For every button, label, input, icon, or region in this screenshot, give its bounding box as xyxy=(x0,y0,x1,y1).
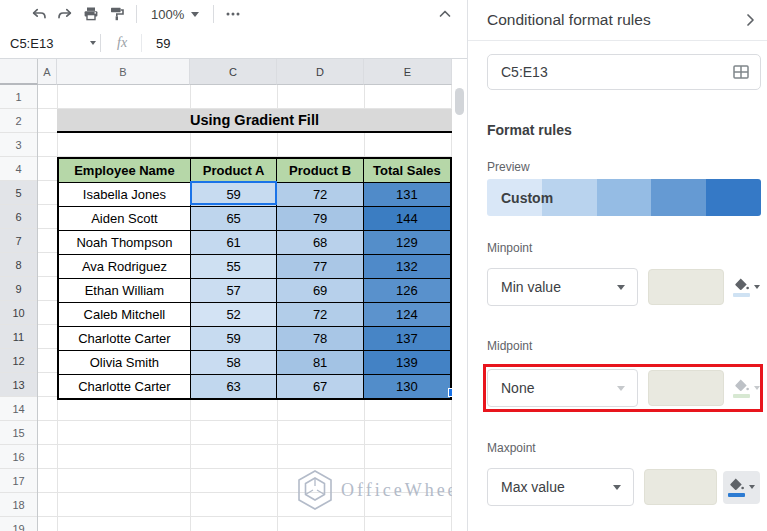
row-header-7[interactable]: 7 xyxy=(0,229,37,253)
title-banner-cell[interactable]: Using Gradient Fill xyxy=(57,109,452,133)
table-header-cell[interactable]: Employee Name xyxy=(58,158,190,183)
value-cell[interactable]: 68 xyxy=(277,231,364,255)
maxpoint-type-dropdown[interactable]: Max value xyxy=(487,468,634,506)
value-cell[interactable]: 52 xyxy=(190,303,277,327)
table-header-cell[interactable]: Product A xyxy=(190,158,277,183)
maxpoint-color-picker[interactable] xyxy=(723,471,760,504)
row-header-10[interactable]: 10 xyxy=(0,301,37,325)
row-header-11[interactable]: 11 xyxy=(0,325,37,349)
employee-name-cell[interactable]: Charlotte Carter xyxy=(58,327,190,351)
employee-name-cell[interactable]: Ethan William xyxy=(58,279,190,303)
gradient-preview-bar[interactable]: Custom xyxy=(487,179,761,216)
value-cell[interactable]: 72 xyxy=(277,183,364,207)
employee-name-cell[interactable]: Olivia Smith xyxy=(58,351,190,375)
row-header-2[interactable]: 2 xyxy=(0,109,37,133)
panel-header: Conditional format rules xyxy=(468,0,767,41)
column-header-B[interactable]: B xyxy=(57,59,190,85)
value-cell[interactable]: 79 xyxy=(277,207,364,231)
midpoint-type-dropdown[interactable]: None xyxy=(487,369,638,407)
value-cell[interactable]: 63 xyxy=(190,375,277,400)
column-header-E[interactable]: E xyxy=(364,59,452,85)
redo-button[interactable] xyxy=(52,2,78,26)
employee-name-cell[interactable]: Noah Thompson xyxy=(58,231,190,255)
value-cell[interactable]: 78 xyxy=(277,327,364,351)
value-cell[interactable]: 124 xyxy=(363,303,451,327)
toolbar-separator xyxy=(213,5,214,23)
column-header-A[interactable]: A xyxy=(38,59,57,85)
print-button[interactable] xyxy=(78,2,104,26)
table-header-cell[interactable]: Product B xyxy=(277,158,364,183)
spreadsheet-area: 100% C5:E13 fx 59 ABCDE 123456789 xyxy=(0,0,467,531)
row-header-15[interactable]: 15 xyxy=(0,421,37,445)
name-box[interactable]: C5:E13 xyxy=(10,36,96,51)
formula-bar-separator xyxy=(100,34,101,52)
row-header-3[interactable]: 3 xyxy=(0,133,37,157)
value-cell[interactable]: 77 xyxy=(277,255,364,279)
minpoint-type-dropdown[interactable]: Min value xyxy=(487,268,638,306)
paint-format-button[interactable] xyxy=(104,2,130,26)
cells-canvas[interactable]: Using Gradient Fill Employee NameProduct… xyxy=(38,85,452,531)
watermark: OfficeWheel xyxy=(296,469,467,511)
employee-name-cell[interactable]: Caleb Mitchell xyxy=(58,303,190,327)
row-header-17[interactable]: 17 xyxy=(0,469,37,493)
maxpoint-row: Max value xyxy=(487,468,760,506)
value-cell[interactable]: 61 xyxy=(190,231,277,255)
value-cell[interactable]: 65 xyxy=(190,207,277,231)
value-cell[interactable]: 137 xyxy=(363,327,451,351)
value-cell[interactable]: 72 xyxy=(277,303,364,327)
value-cell[interactable]: 59 xyxy=(190,327,277,351)
row-header-12[interactable]: 12 xyxy=(0,349,37,373)
value-cell[interactable]: 59 xyxy=(190,183,277,207)
range-value: C5:E13 xyxy=(501,64,548,80)
row-header-8[interactable]: 8 xyxy=(0,253,37,277)
column-header-D[interactable]: D xyxy=(277,59,364,85)
data-table: Employee NameProduct AProduct BTotal Sal… xyxy=(57,157,452,400)
value-cell[interactable]: 67 xyxy=(277,375,364,400)
value-cell[interactable]: 144 xyxy=(363,207,451,231)
value-cell[interactable]: 55 xyxy=(190,255,277,279)
row-header-1[interactable]: 1 xyxy=(0,85,37,109)
zoom-dropdown[interactable]: 100% xyxy=(143,7,207,22)
preview-label: Preview xyxy=(487,160,760,174)
row-header-4[interactable]: 4 xyxy=(0,157,37,181)
close-panel-icon[interactable] xyxy=(746,13,755,27)
employee-name-cell[interactable]: Isabella Jones xyxy=(58,183,190,207)
row-header-19[interactable]: 19 xyxy=(0,517,37,531)
value-cell[interactable]: 58 xyxy=(190,351,277,375)
apply-to-range-input[interactable]: C5:E13 xyxy=(487,54,761,90)
select-all-corner[interactable] xyxy=(0,59,38,85)
midpoint-color-picker[interactable] xyxy=(733,379,760,398)
employee-name-cell[interactable]: Aiden Scott xyxy=(58,207,190,231)
column-header-C[interactable]: C xyxy=(190,59,277,85)
row-header-13[interactable]: 13 xyxy=(0,373,37,397)
preview-custom-label: Custom xyxy=(501,190,553,206)
preview-gradient-segment xyxy=(597,179,652,216)
employee-name-cell[interactable]: Ava Rodriguez xyxy=(58,255,190,279)
value-cell[interactable]: 57 xyxy=(190,279,277,303)
table-header-cell[interactable]: Total Sales xyxy=(363,158,451,183)
value-cell[interactable]: 81 xyxy=(277,351,364,375)
value-cell[interactable]: 130 xyxy=(363,375,451,400)
scrollbar-thumb[interactable] xyxy=(455,88,464,115)
row-header-14[interactable]: 14 xyxy=(0,397,37,421)
value-cell[interactable]: 126 xyxy=(363,279,451,303)
value-cell[interactable]: 69 xyxy=(277,279,364,303)
row-header-5[interactable]: 5 xyxy=(0,181,37,205)
chevron-down-icon xyxy=(613,485,621,490)
employee-name-cell[interactable]: Charlotte Carter xyxy=(58,375,190,400)
select-range-grid-icon[interactable] xyxy=(732,63,750,81)
more-options-button[interactable] xyxy=(220,2,246,26)
row-header-18[interactable]: 18 xyxy=(0,493,37,517)
minpoint-color-picker[interactable] xyxy=(733,278,760,297)
vertical-scrollbar[interactable] xyxy=(452,85,467,531)
value-cell[interactable]: 132 xyxy=(363,255,451,279)
undo-button[interactable] xyxy=(26,2,52,26)
value-cell[interactable]: 139 xyxy=(363,351,451,375)
collapse-toolbar-button[interactable] xyxy=(437,6,453,22)
value-cell[interactable]: 129 xyxy=(363,231,451,255)
row-header-6[interactable]: 6 xyxy=(0,205,37,229)
row-header-16[interactable]: 16 xyxy=(0,445,37,469)
formula-input[interactable]: 59 xyxy=(156,36,170,51)
row-header-9[interactable]: 9 xyxy=(0,277,37,301)
value-cell[interactable]: 131 xyxy=(363,183,451,207)
